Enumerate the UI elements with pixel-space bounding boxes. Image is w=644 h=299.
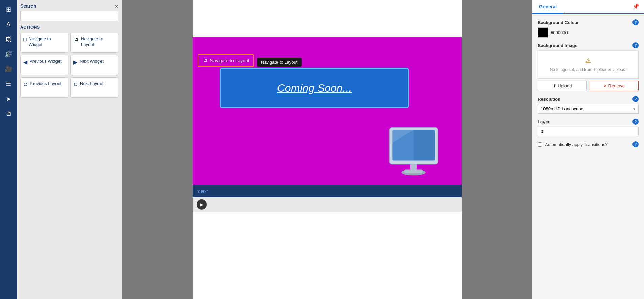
main-content: 🖥 Navigate to Layout Navigate to Layout … (122, 0, 532, 299)
prev-layout-icon: ↺ (23, 81, 28, 88)
play-button[interactable]: ▶ (197, 199, 207, 210)
prev-widget-icon: ◀ (23, 59, 27, 65)
background-colour-label: Background Colour ? (538, 19, 639, 25)
close-button[interactable]: × (115, 3, 118, 10)
timeline-text: "new" (197, 189, 208, 194)
navigate-layout-label: Navigate to Layout (81, 36, 115, 48)
layer-help[interactable]: ? (632, 119, 639, 125)
navigate-widget-label: Navigate to Widget (29, 36, 65, 48)
upload-button[interactable]: ⬆ Upload (538, 81, 587, 91)
next-layout-icon: ↻ (73, 81, 78, 88)
auto-transitions-help[interactable]: ? (632, 141, 639, 147)
right-panel-body: Background Colour ? #000000 Background I… (532, 14, 644, 153)
next-layout-button[interactable]: ↻ Next Layout (70, 77, 118, 98)
layout-icon: 🖥 (73, 37, 79, 43)
next-widget-label: Next Widget (80, 59, 104, 64)
background-colour-help[interactable]: ? (632, 19, 639, 25)
canvas-navigate-layout-button[interactable]: 🖥 Navigate to Layout (198, 54, 254, 67)
widget-icon: □ (23, 37, 27, 43)
right-panel-tabs: General 📌 (532, 0, 644, 14)
audio-icon[interactable]: 🔊 (2, 48, 15, 60)
svg-rect-3 (392, 130, 414, 160)
previous-widget-label: Previous Widget (29, 59, 62, 64)
tooltip-popup: Navigate to Layout (257, 58, 302, 67)
playback-bar: ▶ (193, 197, 462, 212)
layer-field: Layer ? (538, 119, 639, 136)
timeline-bar: "new" (193, 185, 462, 197)
previous-widget-button[interactable]: ◀ Previous Widget (20, 55, 68, 75)
svg-rect-6 (404, 169, 423, 173)
tooltip-text: Navigate to Layout (261, 60, 297, 65)
background-image-label: Background Image ? (538, 42, 639, 48)
video-icon[interactable]: 🎥 (2, 63, 15, 75)
background-image-help[interactable]: ? (632, 42, 639, 48)
tab-general[interactable]: General (532, 1, 563, 14)
background-image-text: No Image set, add from Toolbar or Upload… (550, 67, 627, 72)
navigate-to-layout-button[interactable]: 🖥 Navigate to Layout (70, 33, 118, 53)
layer-label: Layer ? (538, 119, 639, 125)
background-image-placeholder: ⚠ No Image set, add from Toolbar or Uplo… (538, 50, 639, 79)
layer-input[interactable] (538, 127, 639, 136)
next-widget-icon: ▶ (73, 59, 77, 65)
search-input[interactable] (20, 11, 118, 21)
preview-canvas: 🖥 Navigate to Layout Navigate to Layout … (193, 37, 462, 185)
monitor-area (365, 122, 462, 185)
search-label: Search (20, 3, 118, 9)
preview-bottom: "new" ▶ (193, 185, 462, 220)
auto-transitions-row: Automatically apply Transitions? ? (538, 141, 639, 147)
monitor-icon[interactable]: 🖥 (2, 108, 15, 120)
background-colour-value: #000000 (551, 30, 568, 35)
warning-icon: ⚠ (543, 56, 633, 65)
canvas-nav-label: Navigate to Layout (210, 58, 249, 63)
pin-icon[interactable]: 📌 (628, 0, 644, 13)
resolution-help[interactable]: ? (632, 96, 639, 102)
next-layout-label: Next Layout (80, 81, 103, 87)
preview-modal: 🖥 Navigate to Layout Navigate to Layout … (193, 0, 462, 299)
preview-top-space (193, 0, 462, 37)
actions-panel: × Search ACTIONS □ Navigate to Widget 🖥 … (17, 0, 122, 299)
blue-widget[interactable]: Coming Soon... (220, 68, 409, 108)
auto-transitions-label: Automatically apply Transitions? (545, 142, 608, 147)
svg-rect-4 (410, 164, 417, 170)
right-panel: General 📌 Background Colour ? #000000 Ba… (532, 0, 644, 299)
canvas-monitor-icon: 🖥 (202, 58, 208, 64)
resolution-field: Resolution ? 1080p HD Landscape 720p HD … (538, 96, 639, 114)
layers-icon[interactable]: ☰ (2, 78, 15, 90)
arrow-icon[interactable]: ➤ (2, 93, 15, 105)
resolution-label: Resolution ? (538, 96, 639, 102)
resolution-select[interactable]: 1080p HD Landscape 720p HD Landscape 4K … (538, 104, 639, 114)
previous-layout-label: Previous Layout (30, 81, 61, 87)
resolution-select-wrapper: 1080p HD Landscape 720p HD Landscape 4K … (538, 104, 639, 114)
coming-soon-text: Coming Soon... (277, 82, 352, 94)
image-buttons: ⬆ Upload ✕ Remove (538, 81, 639, 91)
sidebar: ⊞ A 🖼 🔊 🎥 ☰ ➤ 🖥 (0, 0, 17, 299)
text-icon[interactable]: A (2, 18, 15, 30)
navigate-to-widget-button[interactable]: □ Navigate to Widget (20, 33, 68, 53)
auto-transitions-checkbox[interactable] (538, 142, 542, 147)
next-widget-button[interactable]: ▶ Next Widget (70, 55, 118, 75)
actions-heading: ACTIONS (20, 25, 118, 30)
background-colour-field: Background Colour ? #000000 (538, 19, 639, 38)
actions-grid: □ Navigate to Widget 🖥 Navigate to Layou… (20, 33, 118, 98)
previous-layout-button[interactable]: ↺ Previous Layout (20, 77, 68, 98)
color-row: #000000 (538, 27, 639, 38)
background-colour-swatch[interactable] (538, 27, 548, 38)
image-icon[interactable]: 🖼 (2, 33, 15, 45)
grid-icon[interactable]: ⊞ (2, 3, 15, 16)
remove-button[interactable]: ✕ Remove (590, 81, 639, 91)
background-image-field: Background Image ? ⚠ No Image set, add f… (538, 42, 639, 91)
monitor-illustration (383, 125, 444, 182)
